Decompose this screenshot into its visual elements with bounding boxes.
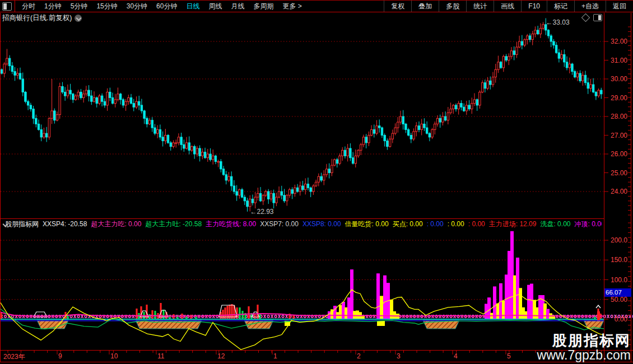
candle-body [136,101,137,107]
candle-body [595,92,597,96]
candle-body [450,109,452,113]
candle-body [93,98,95,102]
candle-body [502,57,504,68]
candle-body [183,144,185,148]
candle-body [534,30,536,34]
candle-body [220,161,222,169]
month-label: 10 [110,352,118,360]
candle-body [576,73,578,77]
high-price-annotation: ←33.03 [546,18,570,26]
candle-body [167,136,169,143]
chart-canvas[interactable]: xoxoxoxoxoxoxoxoxoxoxoxoxoxoxoxoxoxoxoxo… [0,0,633,364]
candle-body [460,104,462,108]
candle-body [379,126,380,128]
candle-body [148,120,150,124]
candle-body [431,129,433,137]
candle-body [222,169,224,175]
candle-body [3,64,5,73]
candle-body [268,192,269,199]
window-toggle-icon[interactable] [593,14,602,21]
candle-body [598,90,599,96]
candle-body [231,176,232,186]
indicator-field-3: 主力吃货线: 8.00 [206,220,256,228]
candle-body [14,72,16,76]
candle-body [154,128,156,133]
diamond-icon[interactable] [581,13,590,22]
candle-body [318,176,319,182]
candle-body [215,156,216,161]
indicator-header: 股朋指标网 XXSP4: -20.58超大主力吃: 0.00超大主力吐: -20… [1,220,602,228]
candle-body [402,116,404,124]
candle-body [56,115,58,120]
candle-body [539,29,541,34]
candle-body [601,90,602,94]
candle-body [389,139,390,146]
signal-bar [151,310,153,319]
candle-body [69,90,71,94]
candle-body [175,143,176,143]
candle-body [75,96,76,100]
candle-body [407,129,409,135]
candle-body [513,51,515,55]
candle-body [481,83,483,92]
candle-body [574,72,575,77]
candle-body [350,148,351,158]
candle-body [310,188,311,192]
candle-body [262,195,264,201]
candle-body [77,92,79,96]
candle-body [88,90,90,96]
candle-body [439,118,441,122]
price-tick-label: 24.00 [603,188,627,195]
candle-body [418,126,420,130]
end-signal-bar [597,311,600,320]
candle-body [436,118,438,124]
candle-body [352,158,353,164]
candle-body [458,104,459,109]
candle-body [344,150,346,156]
candle-body [510,51,512,57]
candle-body [270,193,272,199]
indicator-field-6: 倍量吃货: 0.00 [345,220,389,228]
candle-body [325,169,327,175]
candle-body [64,92,66,96]
candle-body [355,156,356,163]
candle-body [22,79,24,92]
candle-body [228,176,230,180]
candle-body [571,64,573,71]
candle-body [188,143,190,150]
candle-body [25,92,26,101]
candle-body [561,54,562,58]
month-label: 2 [357,352,361,360]
candle-body [283,195,285,201]
candle-body [217,161,219,162]
candle-body [323,175,325,180]
signal-bar [190,315,192,319]
title-chevron-down-icon[interactable] [75,15,82,22]
month-label: 11 [157,352,164,360]
candle-body [320,176,322,180]
candle-body [254,197,256,203]
candle-body [553,41,555,45]
candle-body [347,148,348,156]
candle-body [381,128,383,135]
candle-body [236,192,238,195]
candle-body [558,53,560,58]
candle-body [99,96,100,103]
candle-body [328,169,330,173]
candle-body [246,201,248,207]
candle-body [207,154,208,158]
candle-body [156,129,158,133]
candle-body [299,186,301,192]
candle-body [278,192,280,197]
candle-body [579,73,581,81]
price-tick-label: 27.00 [603,132,627,139]
candle-body [421,124,422,129]
price-tick-label: 25.00 [603,169,627,177]
candle-body [27,101,29,105]
candle-body [582,75,584,81]
candle-body [170,143,171,147]
candle-body [447,113,449,120]
candle-body [101,96,103,101]
candle-body [35,118,37,124]
candle-body [91,96,92,101]
